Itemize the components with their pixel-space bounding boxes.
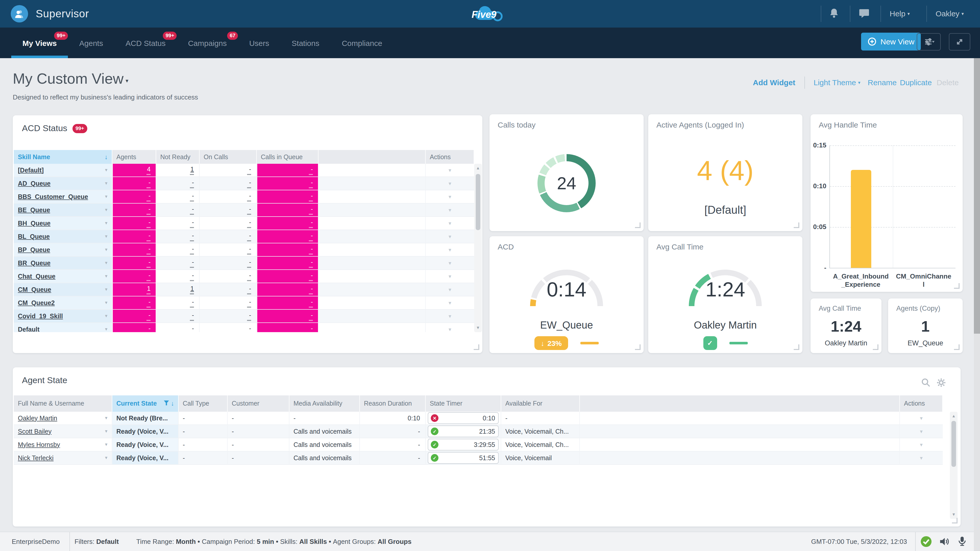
scrollbar-thumb[interactable] [951,421,956,467]
table-row[interactable]: Nick Terlecki▼Ready (Voice, V...--Calls … [14,451,943,465]
column-header[interactable]: Not Ready [156,150,200,164]
chevron-down-icon[interactable]: ▼ [104,416,108,421]
fullscreen-expand-button[interactable] [949,33,970,51]
notifications-bell-icon[interactable] [828,7,841,21]
cell-value-text[interactable]: 1 [190,165,194,173]
row-actions-menu[interactable]: ▼ [900,412,943,424]
scroll-down-icon[interactable]: ▼ [474,326,482,330]
chevron-down-icon[interactable]: ▼ [104,314,108,318]
tab-campaigns[interactable]: Campaigns67 [177,27,238,58]
column-header[interactable]: Calls in Queue [257,150,318,164]
row-actions-menu[interactable]: ▼ [900,451,943,464]
speaker-icon[interactable] [939,536,950,548]
agent-name-link[interactable]: Nick Terlecki [18,454,54,462]
table-row[interactable]: Covid_19_Skill▼----▼ [14,310,474,323]
row-actions-menu[interactable]: ▼ [900,438,943,451]
chevron-down-icon[interactable]: ▼ [104,274,108,279]
skill-name-link[interactable]: AD_Queue [18,180,51,187]
skill-name-link[interactable]: Covid_19_Skill [18,313,63,320]
chevron-down-icon[interactable]: ▼ [104,234,108,239]
resize-handle[interactable] [635,222,641,228]
resize-handle[interactable] [794,345,799,350]
skill-name-link[interactable]: Default [18,326,40,332]
tab-my-views[interactable]: My Views99+ [11,27,68,58]
resize-handle[interactable] [474,345,479,350]
table-row[interactable]: BR_Queue▼----▼ [14,257,474,270]
microphone-icon[interactable] [956,536,968,547]
table-row[interactable]: Default▼----▼ [14,323,474,332]
column-header[interactable]: Customer [228,395,290,412]
table-row[interactable]: Myles Hornsby▼Ready (Voice, V...--Calls … [14,438,943,451]
scroll-up-icon[interactable]: ▲ [950,414,958,418]
column-header[interactable]: On Calls [200,150,257,164]
row-actions-menu[interactable]: ▼ [426,177,474,190]
sort-down-icon[interactable]: ↓ [105,153,108,160]
row-actions-menu[interactable]: ▼ [426,243,474,256]
chevron-down-icon[interactable]: ▼ [104,300,108,305]
row-actions-menu[interactable]: ▼ [426,257,474,269]
scrollbar-thumb[interactable] [476,174,480,230]
skill-name-link[interactable]: CM_Queue [18,286,51,293]
row-actions-menu[interactable]: ▼ [426,190,474,203]
filter-funnel-icon[interactable] [163,400,169,407]
table-row[interactable]: BBS_Customer_Queue▼----▼ [14,190,474,203]
skill-name-link[interactable]: BBS_Customer_Queue [18,193,88,200]
column-header[interactable]: Media Availability [290,395,360,412]
new-view-button[interactable]: New View [861,33,921,51]
add-widget-button[interactable]: Add Widget [753,78,795,87]
agent-table-scrollbar[interactable]: ▲ ▼ [950,412,958,519]
row-actions-menu[interactable]: ▼ [900,425,943,438]
chevron-down-icon[interactable]: ▼ [104,442,108,447]
table-row[interactable]: AD_Queue▼----▼ [14,177,474,190]
table-row[interactable]: [Default]▼41--▼ [14,164,474,177]
row-actions-menu[interactable]: ▼ [426,230,474,243]
cell-value-text[interactable]: 1 [190,285,194,292]
rename-button[interactable]: Rename [868,78,897,87]
skill-name-link[interactable]: BE_Queue [18,206,50,213]
theme-menu[interactable]: Light Theme▾ [814,78,860,87]
tab-acd-status[interactable]: ACD Status99+ [115,27,177,58]
row-actions-menu[interactable]: ▼ [426,323,474,332]
row-actions-menu[interactable]: ▼ [426,283,474,296]
table-row[interactable]: BP_Queue▼----▼ [14,243,474,257]
table-row[interactable]: CM_Queue2▼----▼ [14,297,474,310]
tab-compliance[interactable]: Compliance [331,27,393,58]
column-header[interactable] [318,150,426,164]
user-menu[interactable]: Oakley▾ [935,9,964,18]
acd-table-scrollbar[interactable]: ▲ ▼ [474,164,482,332]
chevron-down-icon[interactable]: ▼ [104,261,108,265]
row-actions-menu[interactable]: ▼ [426,164,474,176]
row-actions-menu[interactable]: ▼ [426,297,474,309]
table-row[interactable]: Chat_Queue▼----▼ [14,270,474,283]
column-header[interactable]: Current State↓ [112,395,179,412]
tab-stations[interactable]: Stations [280,27,331,58]
sort-down-icon[interactable]: ↓ [171,400,174,407]
skill-name-link[interactable]: BH_Queue [18,220,51,227]
chevron-down-icon[interactable]: ▼ [104,208,108,212]
agent-name-link[interactable]: Myles Hornsby [18,441,60,448]
column-header[interactable]: Actions [426,150,474,164]
chevron-down-icon[interactable]: ▼ [104,248,108,252]
table-row[interactable]: Oakley Martin▼Not Ready (Bre...---0:10✕0… [14,412,943,425]
search-icon[interactable] [921,378,931,388]
chevron-down-icon[interactable]: ▼ [104,168,108,172]
column-header[interactable]: Call Type [179,395,228,412]
scroll-up-icon[interactable]: ▲ [474,166,482,170]
row-actions-menu[interactable]: ▼ [426,270,474,283]
skill-name-link[interactable]: Chat_Queue [18,273,56,280]
view-filters-button[interactable] [917,33,941,51]
help-menu[interactable]: Help▾ [890,9,910,18]
row-actions-menu[interactable]: ▼ [426,203,474,216]
chevron-down-icon[interactable]: ▼ [104,287,108,292]
table-row[interactable]: BE_Queue▼----▼ [14,203,474,217]
resize-handle[interactable] [873,345,878,350]
chevron-down-icon[interactable]: ▼ [104,429,108,433]
column-header[interactable]: Full Name & Username [14,395,112,412]
scroll-down-icon[interactable]: ▼ [950,512,958,517]
chevron-down-icon[interactable]: ▼ [104,181,108,186]
skill-name-link[interactable]: BL_Queue [18,233,50,240]
resize-handle[interactable] [794,222,799,228]
chevron-down-icon[interactable]: ▼ [104,221,108,225]
row-actions-menu[interactable]: ▼ [426,217,474,230]
skill-name-link[interactable]: CM_Queue2 [18,299,55,306]
